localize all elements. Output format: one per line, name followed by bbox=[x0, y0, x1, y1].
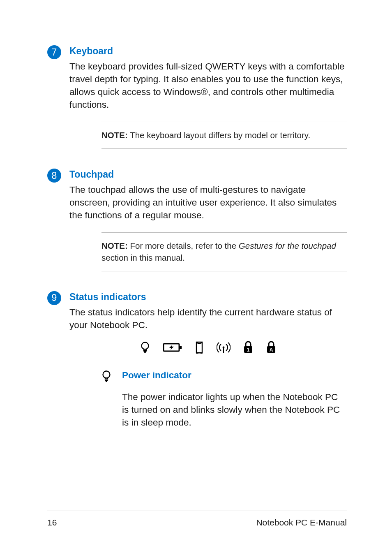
svg-point-0 bbox=[141, 342, 148, 349]
heading-status: Status indicators bbox=[69, 291, 347, 303]
desc-status: The status indicators help identify the … bbox=[69, 306, 347, 331]
item-body-7: Keyboard The keyboard provides full-size… bbox=[69, 45, 347, 160]
sub-desc-power: The power indicator lights up when the N… bbox=[122, 391, 347, 429]
sub-heading-power: Power indicator bbox=[122, 369, 347, 382]
heading-touchpad: Touchpad bbox=[69, 169, 347, 181]
note-text: The keyboard layout differs by model or … bbox=[128, 130, 310, 140]
desc-touchpad: The touchpad allows the use of multi-ges… bbox=[69, 183, 347, 222]
item-body-8: Touchpad The touchpad allows the use of … bbox=[69, 169, 347, 282]
battery-charge-icon bbox=[162, 342, 182, 352]
page-footer: 16 Notebook PC E-Manual bbox=[47, 511, 347, 528]
svg-rect-4 bbox=[180, 346, 182, 349]
callout-badge-8: 8 bbox=[47, 169, 61, 183]
callout-item-8: 8 Touchpad The touchpad allows the use o… bbox=[47, 169, 347, 282]
power-bulb-icon bbox=[140, 341, 150, 354]
note-label: NOTE: bbox=[101, 130, 128, 140]
num-lock-icon: 1 bbox=[243, 341, 254, 354]
power-bulb-icon bbox=[101, 370, 116, 384]
note-text-pre: For more details, refer to the bbox=[128, 241, 239, 250]
callout-item-7: 7 Keyboard The keyboard provides full-si… bbox=[47, 45, 347, 160]
note-label: NOTE: bbox=[101, 241, 128, 250]
sub-item-power-indicator: Power indicator The power indicator ligh… bbox=[101, 369, 347, 429]
drive-activity-icon bbox=[194, 341, 204, 354]
note-touchpad: NOTE: For more details, refer to the Ges… bbox=[101, 232, 347, 271]
note-text-post: section in this manual. bbox=[101, 253, 185, 262]
callout-badge-7: 7 bbox=[47, 45, 61, 59]
svg-text:A: A bbox=[269, 347, 273, 353]
heading-keyboard: Keyboard bbox=[69, 45, 347, 58]
wireless-icon bbox=[217, 342, 231, 353]
svg-marker-5 bbox=[169, 345, 174, 350]
svg-text:1: 1 bbox=[247, 347, 249, 353]
manual-title: Notebook PC E-Manual bbox=[256, 518, 347, 528]
sub-body: Power indicator The power indicator ligh… bbox=[122, 369, 347, 429]
callout-item-9: 9 Status indicators The status indicator… bbox=[47, 291, 347, 437]
desc-keyboard: The keyboard provides full-sized QWERTY … bbox=[69, 60, 347, 111]
caps-lock-icon: A bbox=[266, 341, 277, 354]
status-icon-row: 1 A bbox=[69, 341, 347, 354]
svg-point-12 bbox=[103, 371, 110, 378]
page-number: 16 bbox=[47, 518, 57, 528]
page-content: 7 Keyboard The keyboard provides full-si… bbox=[0, 0, 392, 436]
note-keyboard: NOTE: The keyboard layout differs by mod… bbox=[101, 122, 347, 149]
note-ref: Gestures for the touchpad bbox=[239, 241, 336, 250]
callout-badge-9: 9 bbox=[47, 291, 61, 305]
item-body-9: Status indicators The status indicators … bbox=[69, 291, 347, 437]
